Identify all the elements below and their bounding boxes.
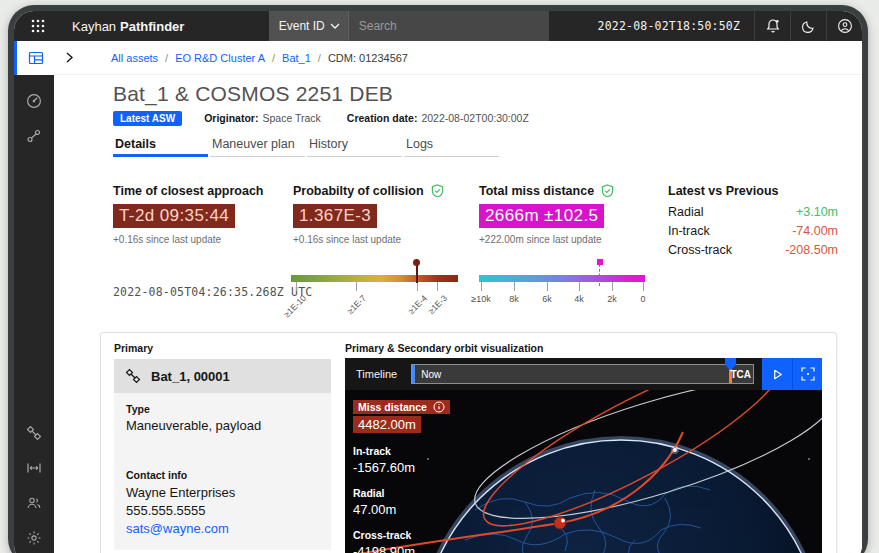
shield-check-icon [431,184,444,198]
miss-tick [514,282,515,291]
primary-panel: Primary Bat_1, 00001 Type [114,342,331,553]
play-button[interactable] [762,358,792,390]
miss-label: Total miss distance [479,184,594,198]
delta-rows: Radial +3.10m In-track -74.00m Cross-tra… [668,202,838,259]
center-view-button[interactable] [792,358,822,390]
info-icon[interactable] [433,401,445,413]
breadcrumb-all-assets[interactable]: All assets [111,52,158,64]
miss-tick [612,282,613,291]
gauge-icon [26,93,42,109]
dashboard-icon [28,50,44,66]
contact-phone: 555.555.5555 [126,502,319,520]
orbit-viz-canvas[interactable]: Miss distance 4482.00m In-track -1567.60… [345,390,822,553]
miss-tick-label: ≥10k [466,294,496,304]
nav-item-users[interactable] [18,487,50,519]
event-id-dropdown[interactable]: Event ID [269,11,349,41]
delta-crosstrack-label: Cross-track [668,243,732,257]
originator-value: Space Track [262,112,320,124]
nav-item-satellites[interactable] [18,417,50,449]
miss-tick-label: 0 [628,294,658,304]
tab-maneuver-plan[interactable]: Maneuver plan [210,134,305,157]
miss-tick-label: 4k [564,294,594,304]
tab-bar: Details Maneuver plan History Logs [113,134,862,157]
miss-sub: +222.00m since last update [479,234,668,245]
nav-item-range[interactable] [18,452,50,484]
stage: Kayhan Pathfinder Event ID 2022-08-02T18… [0,0,879,553]
topbar-left-spacer [220,11,269,41]
search-box [349,11,549,41]
miss-tick-label: 8k [499,294,529,304]
scales-row: 2022-08-05T04:26:35.268Z UTC ≥1E-10 ≥1E-… [113,259,862,331]
breadcrumb-cluster[interactable]: EO R&D Cluster A [175,52,265,64]
miss-tick-label: 6k [532,294,562,304]
notifications-button[interactable] [754,11,790,41]
breadcrumb-separator: / [272,52,275,64]
miss-tick [643,282,644,291]
miss-value: 2666m ±102.5 [479,204,604,228]
shield-check-icon [601,184,614,198]
viz-miss-value: 4482.00m [353,416,421,433]
breadcrumb-separator: / [318,52,321,64]
tca-label: TCA [730,369,751,380]
search-input[interactable] [349,19,549,33]
tab-logs[interactable]: Logs [404,134,499,157]
poc-tick [356,282,357,291]
miss-tick [547,282,548,291]
timeline-track[interactable]: Now TCA [411,364,754,384]
type-label: Type [126,403,319,415]
app-switcher-icon [30,18,46,34]
originator-label: Originator: [204,112,258,124]
miss-tick-label: 2k [597,294,627,304]
tab-history[interactable]: History [307,134,402,157]
user-circle-icon [837,18,853,34]
theme-toggle-button[interactable] [790,11,826,41]
primary-section-label: Primary [114,342,331,354]
breadcrumb-separator: / [165,52,168,64]
creation-date-label: Creation date: [347,112,418,124]
poc-tick-label: ≥1E-7 [336,293,369,326]
timeline-now-label: Now [421,369,441,380]
play-icon [771,368,784,381]
viz-intrack-value: -1567.60m [353,460,450,475]
viz-miss-label: Miss distance [358,401,427,413]
moon-icon [801,19,816,34]
breadcrumb-asset[interactable]: Bat_1 [282,52,311,64]
metric-delta: Latest vs Previous Radial +3.10m In-trac… [668,183,838,259]
primary-asset-header[interactable]: Bat_1, 00001 [114,359,331,393]
contact-block: Contact info Wayne Enterprises 555.555.5… [126,469,319,538]
chevron-down-icon [330,23,340,29]
nav-item-gauge[interactable] [18,85,50,117]
spacecraft-marker[interactable] [554,517,566,529]
viz-radial-label: Radial [353,487,450,499]
nav-item-settings[interactable] [18,522,50,553]
orbit-viz-title: Primary & Secondary orbit visualization [345,342,822,354]
app-switcher-button[interactable] [14,11,62,41]
nav-item-dashboard[interactable] [14,41,54,75]
account-button[interactable] [826,11,862,41]
poc-value: 1.367E-3 [293,204,377,228]
poc-sub: +0.16s since last update [293,234,479,245]
contact-email-link[interactable]: sats@wayne.com [126,521,229,536]
metric-poc: Probabilty of collision 1.367E-3 +0.16s … [293,183,479,259]
tab-details[interactable]: Details [113,134,208,157]
screen: Kayhan Pathfinder Event ID 2022-08-02T18… [14,11,862,553]
body-row: All assets / EO R&D Cluster A / Bat_1 / … [14,41,862,553]
conjunction-detail-card: Primary Bat_1, 00001 Type [100,332,837,553]
delta-radial-value: +3.10m [796,205,838,219]
delta-crosstrack-value: -208.50m [785,243,838,257]
poc-gradient-bar [291,275,458,282]
poc-label: Probabilty of collision [293,184,424,198]
contact-label: Contact info [126,469,319,481]
timeline-now-marker [412,365,415,383]
miss-color-scale: ≥10k 8k 6k 4k 2k 0 [479,259,645,329]
timeline-toolbar: Timeline Now TCA [345,358,822,390]
sidebar-expand-button[interactable] [54,52,84,63]
poc-tick [417,282,418,291]
app-title: Kayhan Pathfinder [72,11,220,41]
type-value: Maneuverable, payload [126,418,319,433]
contact-name: Wayne Enterprises [126,484,319,502]
metric-miss: Total miss distance 2666m ±102.5 +222.00… [479,183,668,259]
latest-asw-badge: Latest ASW [113,111,182,126]
nav-item-network[interactable] [18,120,50,152]
chevron-right-icon [66,52,73,63]
